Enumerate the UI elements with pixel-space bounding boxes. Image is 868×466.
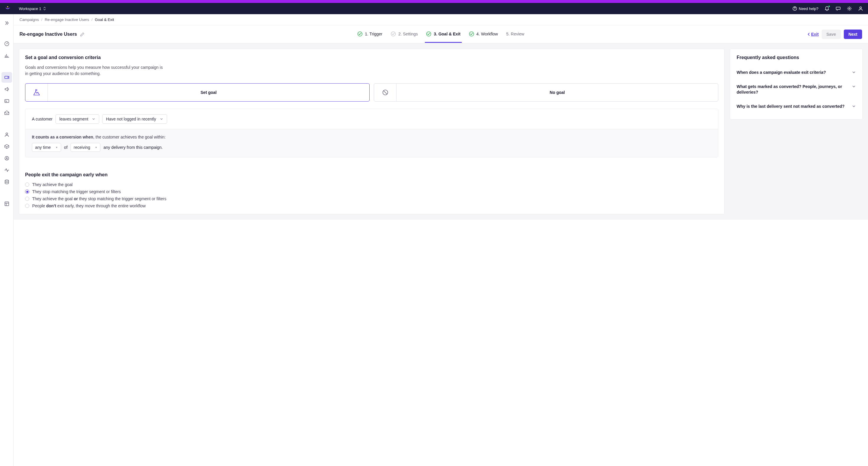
edit-title-button[interactable] [80, 32, 85, 37]
flag-mountain-icon [25, 84, 48, 101]
logo-icon [5, 6, 11, 11]
goal-panel: Set a goal and conversion criteria Goals… [19, 49, 724, 214]
step-review[interactable]: 5. Review [506, 31, 524, 37]
page-title: Re-engage Inactive Users [20, 32, 77, 37]
faq-item-exit-criteria[interactable]: When does a campaign evaluate exit crite… [737, 66, 856, 80]
svg-rect-7 [5, 76, 8, 79]
goal-option-set-goal[interactable]: Set goal [25, 83, 370, 101]
help-circle-icon [793, 6, 797, 11]
segment-dropdown[interactable]: Have not logged in recently [102, 114, 167, 124]
goal-option-label: Set goal [48, 90, 369, 95]
goal-option-no-goal[interactable]: No goal [374, 83, 718, 101]
svg-rect-8 [5, 99, 9, 102]
chat-button[interactable] [836, 6, 841, 11]
need-help-link[interactable]: Need help? [793, 6, 819, 11]
sidebar-item-broadcasts[interactable] [1, 84, 12, 94]
need-help-label: Need help? [799, 6, 819, 11]
breadcrumb-campaigns[interactable]: Campaigns [20, 18, 39, 22]
breadcrumb-campaign-name[interactable]: Re-engage Inactive Users [44, 18, 89, 22]
exit-option-goal-or-stop[interactable]: They achieve the goal or they stop match… [25, 196, 718, 201]
goal-section-title: Set a goal and conversion criteria [25, 55, 718, 60]
time-dropdown[interactable]: any time▼ [32, 143, 61, 152]
sidebar-item-content[interactable] [1, 141, 12, 152]
sidebar-nav [0, 14, 13, 466]
radio-icon [25, 190, 29, 194]
workspace-switcher[interactable]: Workspace 1 [19, 6, 46, 11]
sidebar-item-people[interactable] [1, 129, 12, 140]
exit-criteria-section: People exit the campaign early when They… [25, 172, 718, 208]
triangle-down-icon: ▼ [95, 146, 97, 149]
faq-item-last-delivery[interactable]: Why is the last delivery sent not marked… [737, 99, 856, 114]
faq-question: When does a campaign evaluate exit crite… [737, 70, 826, 75]
notifications-button[interactable] [824, 6, 830, 11]
step-settings[interactable]: 2. Settings [391, 31, 418, 37]
chevron-left-icon [807, 32, 810, 36]
sidebar-item-transactional[interactable] [1, 96, 12, 106]
exit-option-label: They achieve the goal [32, 182, 73, 187]
brand-top-strip [0, 0, 868, 3]
criteria-text-tail: any delivery from this campaign. [103, 145, 163, 150]
faq-panel: Frequently asked questions When does a c… [730, 49, 863, 120]
exit-link-label: Exit [811, 32, 819, 37]
settings-button[interactable] [847, 6, 852, 11]
sidebar-item-campaigns[interactable] [1, 72, 12, 83]
chevron-down-icon [852, 70, 856, 74]
step-goal-exit[interactable]: 3. Goal & Exit [426, 31, 460, 37]
check-circle-icon [391, 31, 396, 37]
sidebar-item-dashboard[interactable] [1, 38, 12, 49]
step-label: 2. Settings [398, 32, 418, 36]
next-button[interactable]: Next [844, 30, 862, 39]
exit-option-stop-matching[interactable]: They stop matching the trigger segment o… [25, 189, 718, 194]
sidebar-item-analytics[interactable] [1, 50, 12, 61]
breadcrumb-sep-icon: / [41, 18, 42, 22]
save-button[interactable]: Save [822, 30, 841, 39]
svg-point-14 [358, 32, 362, 36]
conversion-lead-bold: It counts as a conversion when [32, 135, 93, 139]
dropdown-value: any time [35, 145, 51, 150]
check-circle-icon [469, 31, 474, 37]
faq-item-converted[interactable]: What gets marked as converted? People, j… [737, 80, 856, 99]
sidebar-item-segments[interactable] [1, 153, 12, 164]
exit-option-dont-exit[interactable]: People don't exit early, they move throu… [25, 204, 718, 208]
breadcrumb-current: Goal & Exit [95, 18, 114, 22]
step-workflow[interactable]: 4. Workflow [469, 31, 498, 37]
step-trigger[interactable]: 1. Trigger [357, 31, 382, 37]
faq-question: What gets marked as converted? People, j… [737, 84, 847, 95]
notification-dot-icon [828, 5, 830, 7]
radio-icon [25, 204, 29, 208]
check-circle-icon [426, 31, 431, 37]
criteria-text-of: of [64, 145, 68, 150]
exit-option-label: People don't exit early, they move throu… [32, 204, 146, 208]
exit-option-label: They stop matching the trigger segment o… [32, 189, 121, 194]
sidebar-expand-button[interactable] [1, 18, 12, 28]
conversion-lead-rest: , the customer achieves the goal within: [93, 135, 166, 139]
step-label: 4. Workflow [476, 32, 498, 36]
svg-point-17 [469, 32, 473, 36]
sidebar-item-layouts[interactable] [1, 198, 12, 209]
svg-point-16 [427, 32, 431, 36]
workspace-name: Workspace 1 [19, 6, 41, 11]
chevron-down-icon [160, 117, 163, 121]
svg-point-2 [795, 9, 795, 10]
goal-section-desc: Goals and conversions help you measure h… [25, 64, 167, 77]
exit-option-achieve-goal[interactable]: They achieve the goal [25, 182, 718, 187]
faq-title: Frequently asked questions [737, 55, 856, 60]
svg-point-3 [849, 8, 850, 9]
triangle-down-icon: ▼ [56, 146, 58, 149]
svg-point-10 [5, 157, 8, 160]
exit-link[interactable]: Exit [807, 32, 819, 37]
svg-point-15 [391, 32, 396, 36]
event-dropdown[interactable]: receiving▼ [70, 143, 101, 152]
sidebar-item-data[interactable] [1, 177, 12, 187]
sidebar-item-deliveries[interactable] [1, 107, 12, 118]
breadcrumb-sep-icon: / [92, 18, 93, 22]
chevron-down-icon [852, 104, 856, 108]
radio-icon [25, 197, 29, 201]
faq-question: Why is the last delivery sent not marked… [737, 104, 845, 110]
svg-point-12 [5, 180, 8, 181]
action-dropdown[interactable]: leaves segment [56, 114, 99, 124]
breadcrumb: Campaigns / Re-engage Inactive Users / G… [13, 14, 868, 25]
wizard-steps: 1. Trigger 2. Settings 3. Goal & Exit 4.… [357, 31, 524, 37]
profile-button[interactable] [858, 6, 863, 11]
sidebar-item-activity[interactable] [1, 165, 12, 176]
